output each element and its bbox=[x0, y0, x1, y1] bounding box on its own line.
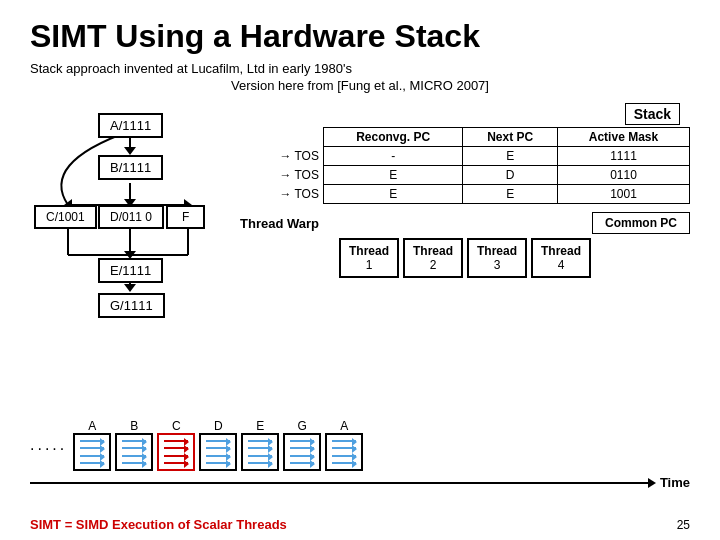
block-label-E: E bbox=[256, 419, 264, 433]
node-a1111: A/1111 bbox=[98, 113, 163, 138]
node-c1001: C/1001 bbox=[34, 205, 97, 229]
reconvg-3: E bbox=[323, 185, 462, 204]
timeline-section: ..... A B bbox=[30, 419, 690, 490]
tos-label-2: TOS bbox=[295, 168, 319, 182]
reconvg-1: - bbox=[323, 147, 462, 166]
thread-label-3: Thread bbox=[477, 244, 517, 258]
node-b1111: B/1111 bbox=[98, 155, 163, 180]
tos-arrow-1: → bbox=[279, 149, 291, 163]
reconvg-2: E bbox=[323, 166, 462, 185]
thread-boxes: Thread 1 Thread 2 Thread 3 Thread 4 bbox=[240, 238, 690, 278]
tos-arrow-2: → bbox=[279, 168, 291, 182]
block-arrows-E bbox=[241, 433, 279, 471]
block-D: D bbox=[199, 419, 237, 471]
block-label-B: B bbox=[130, 419, 138, 433]
bottom-text: SIMT = SIMD Execution of Scalar Threads bbox=[30, 517, 287, 532]
block-arrows-D bbox=[199, 433, 237, 471]
node-g1111: G/1111 bbox=[98, 293, 165, 318]
thread-box-4: Thread 4 bbox=[531, 238, 591, 278]
node-f: F bbox=[166, 205, 205, 229]
stack-table: Reconvg. PC Next PC Active Mask → TOS - bbox=[240, 127, 690, 204]
timeline-dots: ..... bbox=[30, 436, 67, 454]
mask-3: 1001 bbox=[557, 185, 689, 204]
stack-row-1: → TOS - E 1111 bbox=[240, 147, 690, 166]
tos-arrow-3: → bbox=[279, 187, 291, 201]
warp-label: Thread Warp bbox=[240, 216, 319, 231]
col-header-tos bbox=[240, 128, 323, 147]
block-A: A bbox=[73, 419, 111, 471]
stack-row-2: → TOS E D 0110 bbox=[240, 166, 690, 185]
block-B: B bbox=[115, 419, 153, 471]
col-header-nextpc: Next PC bbox=[463, 128, 558, 147]
col-header-mask: Active Mask bbox=[557, 128, 689, 147]
block-label-A2: A bbox=[340, 419, 348, 433]
timeline-blocks: A B bbox=[73, 419, 363, 471]
warp-section: Thread Warp Common PC Thread 1 Thread 2 … bbox=[240, 212, 690, 278]
thread-box-2: Thread 2 bbox=[403, 238, 463, 278]
time-arrow: Time bbox=[30, 475, 690, 490]
version: Version here from [Fung et al., MICRO 20… bbox=[30, 78, 690, 93]
block-G: G bbox=[283, 419, 321, 471]
stack-title: Stack bbox=[625, 103, 680, 125]
time-arrowhead bbox=[648, 478, 656, 488]
thread-box-3: Thread 3 bbox=[467, 238, 527, 278]
thread-num-3: 3 bbox=[477, 258, 517, 272]
block-arrows-A2 bbox=[325, 433, 363, 471]
block-label-A: A bbox=[88, 419, 96, 433]
time-label: Time bbox=[660, 475, 690, 490]
thread-num-1: 1 bbox=[349, 258, 389, 272]
timeline-row: ..... A B bbox=[30, 419, 690, 471]
tos-label-1: TOS bbox=[295, 149, 319, 163]
thread-label-2: Thread bbox=[413, 244, 453, 258]
common-pc-box: Common PC bbox=[592, 212, 690, 234]
svg-marker-17 bbox=[124, 284, 136, 292]
time-line bbox=[30, 482, 648, 484]
stack-table-wrap: Stack Reconvg. PC Next PC Active Mask bbox=[240, 103, 690, 204]
nextpc-1: E bbox=[463, 147, 558, 166]
block-E: E bbox=[241, 419, 279, 471]
page-title: SIMT Using a Hardware Stack bbox=[30, 18, 690, 55]
thread-label-1: Thread bbox=[349, 244, 389, 258]
block-arrows-B bbox=[115, 433, 153, 471]
block-C: C bbox=[157, 419, 195, 471]
block-label-G: G bbox=[298, 419, 307, 433]
mask-2: 0110 bbox=[557, 166, 689, 185]
block-label-D: D bbox=[214, 419, 223, 433]
block-arrows-C bbox=[157, 433, 195, 471]
subtitle: Stack approach invented at Lucafilm, Ltd… bbox=[30, 61, 690, 76]
thread-num-4: 4 bbox=[541, 258, 581, 272]
col-header-reconvg: Reconvg. PC bbox=[323, 128, 462, 147]
tos-label-3: TOS bbox=[295, 187, 319, 201]
thread-num-2: 2 bbox=[413, 258, 453, 272]
flowchart: A/1111 B/1111 C/1001 D/011 0 F E/1111 bbox=[30, 103, 230, 323]
stack-row-3: → TOS E E 1001 bbox=[240, 185, 690, 204]
mask-1: 1111 bbox=[557, 147, 689, 166]
thread-box-1: Thread 1 bbox=[339, 238, 399, 278]
page-number: 25 bbox=[677, 518, 690, 532]
main-content: A/1111 B/1111 C/1001 D/011 0 F E/1111 bbox=[30, 103, 690, 323]
block-arrows-A bbox=[73, 433, 111, 471]
block-A2: A bbox=[325, 419, 363, 471]
nextpc-2: D bbox=[463, 166, 558, 185]
block-label-C: C bbox=[172, 419, 181, 433]
thread-label-4: Thread bbox=[541, 244, 581, 258]
node-d0110: D/011 0 bbox=[98, 205, 164, 229]
node-e1111: E/1111 bbox=[98, 258, 163, 283]
warp-header: Thread Warp Common PC bbox=[240, 212, 690, 234]
right-section: Stack Reconvg. PC Next PC Active Mask bbox=[240, 103, 690, 278]
svg-marker-1 bbox=[124, 147, 136, 155]
nextpc-3: E bbox=[463, 185, 558, 204]
block-arrows-G bbox=[283, 433, 321, 471]
